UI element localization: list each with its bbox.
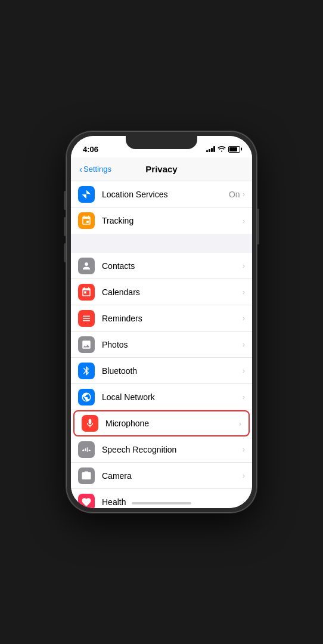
chevron-icon: › xyxy=(243,287,245,296)
notch xyxy=(126,136,197,149)
microphone-list-item[interactable]: Microphone › xyxy=(73,410,250,436)
calendars-icon xyxy=(78,284,95,301)
bluetooth-label: Bluetooth xyxy=(102,366,243,376)
health-icon xyxy=(78,494,95,509)
chevron-icon: › xyxy=(243,216,245,225)
contacts-label: Contacts xyxy=(102,261,243,271)
chevron-icon: › xyxy=(239,419,241,428)
battery-icon xyxy=(228,146,240,153)
list-item[interactable]: Reminders › xyxy=(71,305,252,332)
location-services-label: Location Services xyxy=(102,190,229,199)
phone-frame: 4:06 ‹ Set xyxy=(66,131,257,513)
home-indicator xyxy=(132,502,191,504)
status-icons xyxy=(206,145,240,153)
location-services-value: On xyxy=(229,190,240,199)
reminders-icon xyxy=(78,310,95,327)
navigation-bar: ‹ Settings Privacy xyxy=(71,157,252,181)
chevron-icon: › xyxy=(243,190,245,199)
list-item[interactable]: Local Network › xyxy=(71,384,252,410)
signal-icon xyxy=(206,146,215,152)
chevron-icon: › xyxy=(243,314,245,323)
chevron-icon: › xyxy=(243,445,245,454)
chevron-icon: › xyxy=(243,471,245,480)
chevron-icon: › xyxy=(243,392,245,401)
list-item[interactable]: Health › xyxy=(71,489,252,508)
list-item[interactable]: Bluetooth › xyxy=(71,358,252,384)
list-item[interactable]: Speech Recognition › xyxy=(71,436,252,463)
speech-recognition-label: Speech Recognition xyxy=(102,445,243,454)
section-divider xyxy=(71,234,252,253)
phone-screen: 4:06 ‹ Set xyxy=(71,136,252,508)
local-network-icon xyxy=(78,389,95,405)
list-item[interactable]: Location Services On › xyxy=(71,181,252,208)
status-time: 4:06 xyxy=(83,145,98,154)
contacts-icon xyxy=(78,258,95,274)
list-item[interactable]: Camera › xyxy=(71,463,252,489)
bluetooth-icon xyxy=(78,363,95,379)
back-label: Settings xyxy=(83,165,111,174)
local-network-label: Local Network xyxy=(102,392,243,402)
speech-recognition-icon xyxy=(78,441,95,458)
settings-list: Location Services On › Tracking › xyxy=(71,181,252,508)
chevron-icon: › xyxy=(243,340,245,349)
list-item[interactable]: Tracking › xyxy=(71,208,252,234)
chevron-icon: › xyxy=(243,366,245,375)
reminders-label: Reminders xyxy=(102,314,243,323)
back-chevron-icon: ‹ xyxy=(79,164,82,174)
list-item[interactable]: Photos › xyxy=(71,332,252,358)
calendars-label: Calendars xyxy=(102,287,243,297)
page-title: Privacy xyxy=(145,164,177,174)
wifi-icon xyxy=(218,145,226,153)
tracking-icon xyxy=(78,212,95,229)
location-services-icon xyxy=(78,186,95,203)
camera-label: Camera xyxy=(102,471,243,481)
photos-icon xyxy=(78,336,95,353)
tracking-label: Tracking xyxy=(102,216,243,225)
back-button[interactable]: ‹ Settings xyxy=(79,164,111,174)
list-item[interactable]: Contacts › xyxy=(71,253,252,279)
list-item[interactable]: Calendars › xyxy=(71,279,252,305)
section-group-1: Location Services On › Tracking › xyxy=(71,181,252,234)
microphone-icon xyxy=(82,415,98,432)
camera-icon xyxy=(78,467,95,484)
section-group-2: Contacts › Calendars › Reminders xyxy=(71,253,252,508)
microphone-label: Microphone xyxy=(105,419,239,428)
chevron-icon: › xyxy=(243,261,245,270)
photos-label: Photos xyxy=(102,340,243,349)
chevron-icon: › xyxy=(243,497,245,506)
